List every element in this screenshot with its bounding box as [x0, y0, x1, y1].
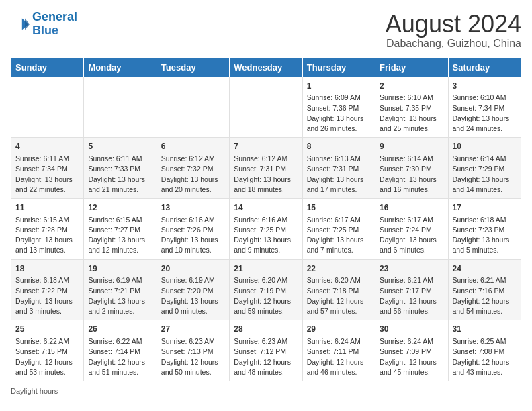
calendar-cell — [84, 77, 157, 138]
day-number: 21 — [234, 263, 298, 275]
calendar-header-row: SundayMondayTuesdayWednesdayThursdayFrid… — [11, 58, 521, 77]
calendar-cell: 9Sunrise: 6:14 AM Sunset: 7:30 PM Daylig… — [375, 138, 448, 199]
day-info: Sunrise: 6:10 AM Sunset: 7:35 PM Dayligh… — [380, 93, 443, 134]
day-info: Sunrise: 6:19 AM Sunset: 7:21 PM Dayligh… — [88, 275, 152, 316]
calendar-table: SundayMondayTuesdayWednesdayThursdayFrid… — [11, 58, 521, 381]
day-number: 9 — [380, 141, 443, 152]
day-info: Sunrise: 6:16 AM Sunset: 7:25 PM Dayligh… — [234, 215, 298, 256]
day-header-wednesday: Wednesday — [230, 58, 302, 77]
day-header-thursday: Thursday — [302, 58, 375, 77]
calendar-cell: 18Sunrise: 6:18 AM Sunset: 7:22 PM Dayli… — [11, 259, 84, 320]
calendar-cell: 29Sunrise: 6:24 AM Sunset: 7:11 PM Dayli… — [302, 320, 375, 381]
day-info: Sunrise: 6:17 AM Sunset: 7:24 PM Dayligh… — [380, 215, 443, 256]
day-number: 17 — [453, 202, 517, 214]
calendar-cell — [157, 77, 229, 138]
calendar-cell: 11Sunrise: 6:15 AM Sunset: 7:28 PM Dayli… — [11, 198, 84, 259]
calendar-cell: 31Sunrise: 6:25 AM Sunset: 7:08 PM Dayli… — [448, 320, 521, 381]
calendar-cell: 22Sunrise: 6:20 AM Sunset: 7:18 PM Dayli… — [302, 259, 375, 320]
day-info: Sunrise: 6:20 AM Sunset: 7:19 PM Dayligh… — [234, 275, 298, 316]
calendar-cell: 25Sunrise: 6:22 AM Sunset: 7:15 PM Dayli… — [11, 320, 84, 381]
day-number: 24 — [453, 263, 517, 275]
day-info: Sunrise: 6:17 AM Sunset: 7:25 PM Dayligh… — [307, 215, 371, 256]
calendar-cell: 15Sunrise: 6:17 AM Sunset: 7:25 PM Dayli… — [302, 198, 375, 259]
day-info: Sunrise: 6:22 AM Sunset: 7:15 PM Dayligh… — [15, 336, 79, 377]
calendar-cell: 27Sunrise: 6:23 AM Sunset: 7:13 PM Dayli… — [157, 320, 229, 381]
day-info: Sunrise: 6:15 AM Sunset: 7:28 PM Dayligh… — [15, 215, 79, 256]
calendar-cell: 13Sunrise: 6:16 AM Sunset: 7:26 PM Dayli… — [157, 198, 229, 259]
day-number: 8 — [307, 141, 371, 152]
day-number: 25 — [15, 324, 79, 335]
calendar-cell — [11, 77, 84, 138]
calendar-week-4: 18Sunrise: 6:18 AM Sunset: 7:22 PM Dayli… — [11, 259, 521, 320]
day-info: Sunrise: 6:23 AM Sunset: 7:12 PM Dayligh… — [234, 336, 298, 377]
day-number: 10 — [453, 141, 517, 152]
calendar-cell: 8Sunrise: 6:13 AM Sunset: 7:31 PM Daylig… — [302, 138, 375, 199]
day-info: Sunrise: 6:11 AM Sunset: 7:34 PM Dayligh… — [15, 154, 79, 195]
calendar-cell: 19Sunrise: 6:19 AM Sunset: 7:21 PM Dayli… — [84, 259, 157, 320]
day-info: Sunrise: 6:12 AM Sunset: 7:31 PM Dayligh… — [234, 154, 298, 195]
day-number: 29 — [307, 324, 371, 335]
calendar-cell: 26Sunrise: 6:22 AM Sunset: 7:14 PM Dayli… — [84, 320, 157, 381]
calendar-cell: 16Sunrise: 6:17 AM Sunset: 7:24 PM Dayli… — [375, 198, 448, 259]
day-number: 31 — [453, 324, 517, 335]
calendar-cell: 10Sunrise: 6:14 AM Sunset: 7:29 PM Dayli… — [448, 138, 521, 199]
day-number: 4 — [15, 141, 79, 152]
day-info: Sunrise: 6:24 AM Sunset: 7:11 PM Dayligh… — [307, 336, 371, 377]
day-info: Sunrise: 6:14 AM Sunset: 7:29 PM Dayligh… — [453, 154, 517, 195]
day-info: Sunrise: 6:18 AM Sunset: 7:23 PM Dayligh… — [453, 215, 517, 256]
day-number: 5 — [88, 141, 152, 152]
calendar-cell: 4Sunrise: 6:11 AM Sunset: 7:34 PM Daylig… — [11, 138, 84, 199]
footer-note: Daylight hours — [11, 387, 521, 395]
day-info: Sunrise: 6:13 AM Sunset: 7:31 PM Dayligh… — [307, 154, 371, 195]
day-info: Sunrise: 6:21 AM Sunset: 7:17 PM Dayligh… — [380, 275, 443, 316]
logo: General Blue — [11, 11, 77, 38]
day-number: 6 — [161, 141, 225, 152]
calendar-cell: 20Sunrise: 6:19 AM Sunset: 7:20 PM Dayli… — [157, 259, 229, 320]
logo-text: General Blue — [32, 11, 77, 38]
day-number: 7 — [234, 141, 298, 152]
calendar-cell: 7Sunrise: 6:12 AM Sunset: 7:31 PM Daylig… — [230, 138, 302, 199]
day-number: 18 — [15, 263, 79, 275]
calendar-cell: 3Sunrise: 6:10 AM Sunset: 7:34 PM Daylig… — [448, 77, 521, 138]
month-year: August 2024 — [386, 11, 521, 38]
day-number: 16 — [380, 202, 443, 214]
logo-icon — [11, 15, 30, 34]
calendar-cell: 2Sunrise: 6:10 AM Sunset: 7:35 PM Daylig… — [375, 77, 448, 138]
day-number: 30 — [380, 324, 443, 335]
day-number: 3 — [453, 81, 517, 92]
calendar-cell: 6Sunrise: 6:12 AM Sunset: 7:32 PM Daylig… — [157, 138, 229, 199]
calendar-cell: 30Sunrise: 6:24 AM Sunset: 7:09 PM Dayli… — [375, 320, 448, 381]
day-header-tuesday: Tuesday — [157, 58, 229, 77]
calendar-cell: 24Sunrise: 6:21 AM Sunset: 7:16 PM Dayli… — [448, 259, 521, 320]
day-number: 22 — [307, 263, 371, 275]
day-info: Sunrise: 6:18 AM Sunset: 7:22 PM Dayligh… — [15, 275, 79, 316]
title-section: August 2024 Dabachang, Guizhou, China — [386, 11, 521, 50]
day-number: 12 — [88, 202, 152, 214]
calendar-cell: 14Sunrise: 6:16 AM Sunset: 7:25 PM Dayli… — [230, 198, 302, 259]
day-info: Sunrise: 6:25 AM Sunset: 7:08 PM Dayligh… — [453, 336, 517, 377]
day-info: Sunrise: 6:20 AM Sunset: 7:18 PM Dayligh… — [307, 275, 371, 316]
day-number: 28 — [234, 324, 298, 335]
calendar-cell — [230, 77, 302, 138]
day-number: 20 — [161, 263, 225, 275]
day-number: 19 — [88, 263, 152, 275]
location: Dabachang, Guizhou, China — [386, 38, 521, 50]
calendar-cell: 17Sunrise: 6:18 AM Sunset: 7:23 PM Dayli… — [448, 198, 521, 259]
day-info: Sunrise: 6:22 AM Sunset: 7:14 PM Dayligh… — [88, 336, 152, 377]
day-info: Sunrise: 6:19 AM Sunset: 7:20 PM Dayligh… — [161, 275, 225, 316]
day-info: Sunrise: 6:16 AM Sunset: 7:26 PM Dayligh… — [161, 215, 225, 256]
calendar-week-5: 25Sunrise: 6:22 AM Sunset: 7:15 PM Dayli… — [11, 320, 521, 381]
day-number: 26 — [88, 324, 152, 335]
day-info: Sunrise: 6:10 AM Sunset: 7:34 PM Dayligh… — [453, 93, 517, 134]
day-number: 2 — [380, 81, 443, 92]
calendar-cell: 12Sunrise: 6:15 AM Sunset: 7:27 PM Dayli… — [84, 198, 157, 259]
calendar-week-1: 1Sunrise: 6:09 AM Sunset: 7:36 PM Daylig… — [11, 77, 521, 138]
day-info: Sunrise: 6:21 AM Sunset: 7:16 PM Dayligh… — [453, 275, 517, 316]
day-number: 23 — [380, 263, 443, 275]
calendar-cell: 5Sunrise: 6:11 AM Sunset: 7:33 PM Daylig… — [84, 138, 157, 199]
calendar-body: 1Sunrise: 6:09 AM Sunset: 7:36 PM Daylig… — [11, 77, 521, 381]
day-number: 15 — [307, 202, 371, 214]
calendar-cell: 21Sunrise: 6:20 AM Sunset: 7:19 PM Dayli… — [230, 259, 302, 320]
day-number: 14 — [234, 202, 298, 214]
calendar-cell: 1Sunrise: 6:09 AM Sunset: 7:36 PM Daylig… — [302, 77, 375, 138]
